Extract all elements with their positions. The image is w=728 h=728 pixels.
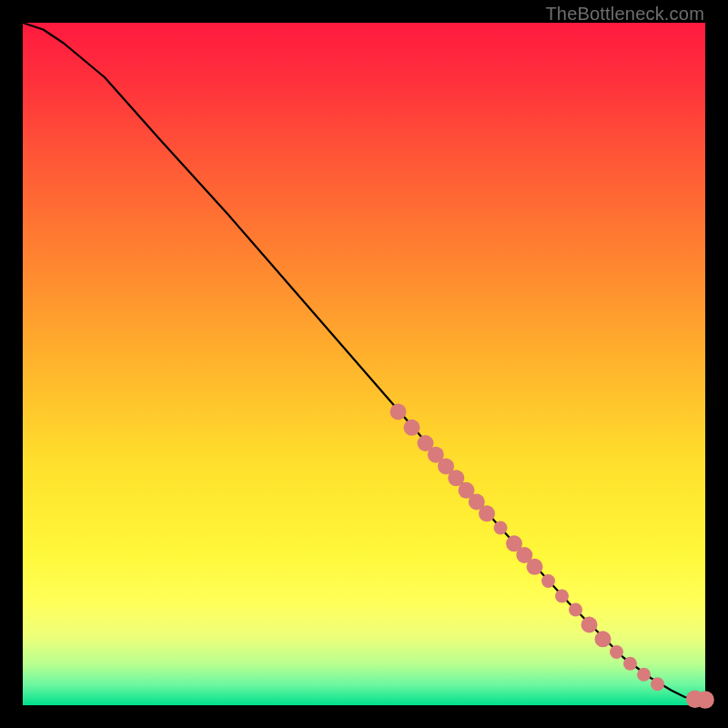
chart-marker — [555, 590, 569, 603]
chart-marker — [404, 420, 420, 436]
plot-area — [23, 23, 705, 705]
chart-curve — [23, 23, 705, 700]
chart-marker — [541, 574, 555, 588]
chart-marker — [581, 617, 598, 633]
chart-frame: TheBottleneck.com — [0, 0, 728, 728]
chart-marker — [494, 521, 508, 535]
chart-marker — [696, 691, 714, 709]
chart-overlay — [23, 23, 705, 705]
chart-markers — [390, 404, 714, 709]
chart-marker — [527, 559, 543, 575]
chart-marker — [595, 631, 612, 647]
chart-marker — [651, 677, 664, 691]
chart-marker — [390, 404, 407, 420]
chart-marker — [479, 505, 495, 521]
chart-marker — [569, 603, 582, 617]
chart-marker — [610, 645, 623, 659]
chart-marker — [637, 668, 651, 682]
attribution-label: TheBottleneck.com — [545, 4, 704, 25]
chart-marker — [623, 657, 637, 671]
